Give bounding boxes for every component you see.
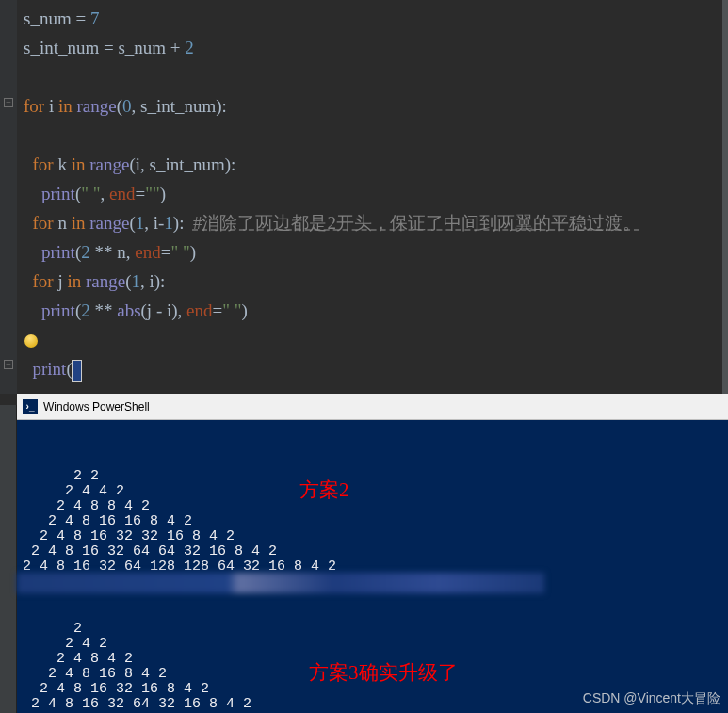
code-line <box>5 325 722 354</box>
code-line: for k in range(i, s_int_num): <box>5 150 722 179</box>
fold-icon[interactable]: – <box>4 98 13 107</box>
lightbulb-icon[interactable] <box>24 334 38 348</box>
code-line: print(2 ** abs(j - i), end=" ") <box>5 296 722 325</box>
code-line: for i in range(0, s_int_num): <box>5 91 722 121</box>
terminal-title: Windows PowerShell <box>43 400 150 413</box>
editor-gutter <box>0 0 17 394</box>
annotation-label: 方案3确实升级了 <box>309 659 458 686</box>
code-line: print(2 ** n, end=" ") <box>5 237 722 267</box>
watermark: CSDN @Vincent大冒险 <box>583 690 720 707</box>
terminal-output: 2 2 2 4 4 2 2 4 8 8 4 2 2 4 8 16 16 8 4 … <box>17 469 728 575</box>
code-line: print(" ", end="") <box>5 179 722 208</box>
terminal-body[interactable]: 2 2 2 4 4 2 2 4 8 8 4 2 2 4 8 16 16 8 4 … <box>17 420 728 713</box>
code-line: for j in range(1, i): <box>5 267 722 296</box>
terminal-titlebar[interactable]: ›_ Windows PowerShell <box>17 394 728 420</box>
code-line <box>5 62 722 91</box>
redacted-bar <box>17 573 544 593</box>
terminal-window: ›_ Windows PowerShell 2 2 2 4 4 2 2 4 8 … <box>17 394 728 713</box>
code-editor[interactable]: – – s_num = 7 s_int_num = s_num + 2 for … <box>0 0 728 394</box>
left-toolstrip <box>0 405 17 713</box>
fold-icon[interactable]: – <box>4 360 13 369</box>
code-line: print( <box>5 354 722 383</box>
powershell-icon: ›_ <box>23 399 38 414</box>
code-line: for n in range(1, i-1): #消除了两边都是2开头，保证了中… <box>5 208 722 237</box>
text-cursor <box>73 361 81 381</box>
annotation-label: 方案2 <box>299 477 349 503</box>
code-line: s_num = 7 <box>5 4 722 33</box>
code-line <box>5 121 722 150</box>
code-line: s_int_num = s_num + 2 <box>5 33 722 62</box>
